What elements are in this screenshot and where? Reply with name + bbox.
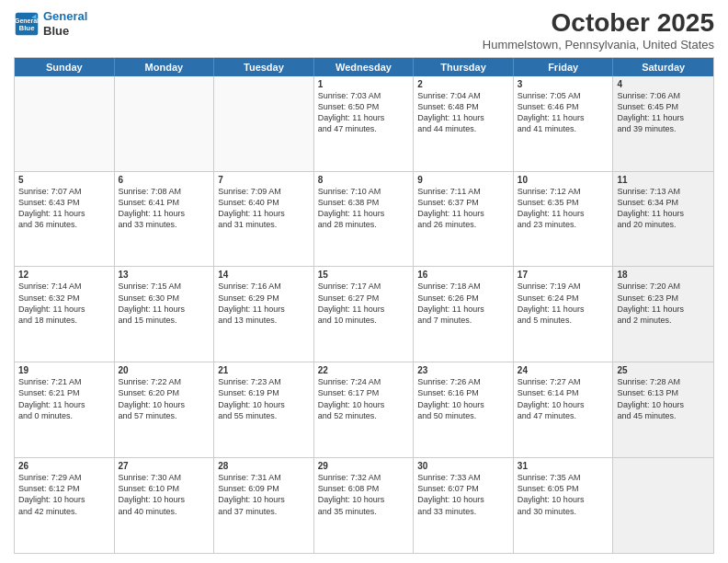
header-day-sunday: Sunday <box>15 58 115 76</box>
cal-cell: 7Sunrise: 7:09 AM Sunset: 6:40 PM Daylig… <box>214 172 314 267</box>
page: General Blue General Blue October 2025 H… <box>0 0 728 563</box>
cell-text: Sunrise: 7:24 AM Sunset: 6:17 PM Dayligh… <box>318 376 410 421</box>
day-number: 3 <box>518 79 609 89</box>
cal-cell: 17Sunrise: 7:19 AM Sunset: 6:24 PM Dayli… <box>514 267 614 362</box>
logo-icon: General Blue <box>14 11 40 37</box>
header-day-thursday: Thursday <box>414 58 514 76</box>
header-day-wednesday: Wednesday <box>314 58 415 76</box>
cell-text: Sunrise: 7:33 AM Sunset: 6:07 PM Dayligh… <box>417 472 509 517</box>
cell-text: Sunrise: 7:04 AM Sunset: 6:48 PM Dayligh… <box>417 90 509 135</box>
cal-cell: 15Sunrise: 7:17 AM Sunset: 6:27 PM Dayli… <box>314 267 415 362</box>
cell-text: Sunrise: 7:06 AM Sunset: 6:45 PM Dayligh… <box>617 90 710 135</box>
day-number: 2 <box>417 79 509 89</box>
calendar-week-4: 19Sunrise: 7:21 AM Sunset: 6:21 PM Dayli… <box>15 362 713 458</box>
day-number: 25 <box>617 365 710 375</box>
cell-text: Sunrise: 7:28 AM Sunset: 6:13 PM Dayligh… <box>617 376 710 421</box>
cell-text: Sunrise: 7:22 AM Sunset: 6:20 PM Dayligh… <box>119 376 210 421</box>
cell-text: Sunrise: 7:17 AM Sunset: 6:27 PM Dayligh… <box>318 281 410 326</box>
cell-text: Sunrise: 7:14 AM Sunset: 6:32 PM Dayligh… <box>18 281 110 326</box>
calendar-week-1: 1Sunrise: 7:03 AM Sunset: 6:50 PM Daylig… <box>15 76 713 172</box>
month-title: October 2025 <box>483 9 714 38</box>
cell-text: Sunrise: 7:19 AM Sunset: 6:24 PM Dayligh… <box>518 281 609 326</box>
day-number: 8 <box>318 175 410 185</box>
cell-text: Sunrise: 7:16 AM Sunset: 6:29 PM Dayligh… <box>218 281 310 326</box>
day-number: 24 <box>518 365 609 375</box>
day-number: 15 <box>318 270 410 280</box>
cal-cell <box>115 76 215 171</box>
day-number: 5 <box>18 175 110 185</box>
calendar-week-3: 12Sunrise: 7:14 AM Sunset: 6:32 PM Dayli… <box>15 267 713 362</box>
cal-cell: 22Sunrise: 7:24 AM Sunset: 6:17 PM Dayli… <box>314 362 415 457</box>
cal-cell: 24Sunrise: 7:27 AM Sunset: 6:14 PM Dayli… <box>514 362 614 457</box>
cal-cell: 30Sunrise: 7:33 AM Sunset: 6:07 PM Dayli… <box>414 458 514 553</box>
day-number: 23 <box>417 365 509 375</box>
cal-cell: 19Sunrise: 7:21 AM Sunset: 6:21 PM Dayli… <box>15 362 115 457</box>
calendar-week-5: 26Sunrise: 7:29 AM Sunset: 6:12 PM Dayli… <box>15 458 713 553</box>
day-number: 18 <box>617 270 710 280</box>
cell-text: Sunrise: 7:05 AM Sunset: 6:46 PM Dayligh… <box>518 90 609 135</box>
cell-text: Sunrise: 7:21 AM Sunset: 6:21 PM Dayligh… <box>18 376 110 421</box>
cal-cell: 28Sunrise: 7:31 AM Sunset: 6:09 PM Dayli… <box>214 458 314 553</box>
day-number: 14 <box>218 270 310 280</box>
cell-text: Sunrise: 7:09 AM Sunset: 6:40 PM Dayligh… <box>218 186 310 231</box>
cell-text: Sunrise: 7:32 AM Sunset: 6:08 PM Dayligh… <box>318 472 410 517</box>
cell-text: Sunrise: 7:31 AM Sunset: 6:09 PM Dayligh… <box>218 472 310 517</box>
logo: General Blue General Blue <box>14 9 87 38</box>
header-day-tuesday: Tuesday <box>214 58 314 76</box>
day-number: 13 <box>119 270 210 280</box>
day-number: 31 <box>518 461 609 471</box>
cal-cell <box>15 76 115 171</box>
title-block: October 2025 Hummelstown, Pennsylvania, … <box>483 9 714 52</box>
header-day-saturday: Saturday <box>613 58 713 76</box>
day-number: 4 <box>617 79 710 89</box>
cal-cell: 20Sunrise: 7:22 AM Sunset: 6:20 PM Dayli… <box>115 362 215 457</box>
day-number: 6 <box>119 175 210 185</box>
day-number: 19 <box>18 365 110 375</box>
svg-text:Blue: Blue <box>18 24 35 32</box>
cal-cell: 13Sunrise: 7:15 AM Sunset: 6:30 PM Dayli… <box>115 267 215 362</box>
cal-cell: 21Sunrise: 7:23 AM Sunset: 6:19 PM Dayli… <box>214 362 314 457</box>
calendar-week-2: 5Sunrise: 7:07 AM Sunset: 6:43 PM Daylig… <box>15 172 713 268</box>
day-number: 7 <box>218 175 310 185</box>
calendar: SundayMondayTuesdayWednesdayThursdayFrid… <box>14 57 714 554</box>
day-number: 1 <box>318 79 410 89</box>
cell-text: Sunrise: 7:23 AM Sunset: 6:19 PM Dayligh… <box>218 376 310 421</box>
day-number: 16 <box>417 270 509 280</box>
cal-cell: 29Sunrise: 7:32 AM Sunset: 6:08 PM Dayli… <box>314 458 415 553</box>
cal-cell: 2Sunrise: 7:04 AM Sunset: 6:48 PM Daylig… <box>414 76 514 171</box>
header: General Blue General Blue October 2025 H… <box>14 9 714 52</box>
header-day-monday: Monday <box>115 58 215 76</box>
cal-cell: 10Sunrise: 7:12 AM Sunset: 6:35 PM Dayli… <box>514 172 614 267</box>
cell-text: Sunrise: 7:12 AM Sunset: 6:35 PM Dayligh… <box>518 186 609 231</box>
location: Hummelstown, Pennsylvania, United States <box>483 38 714 52</box>
cal-cell: 8Sunrise: 7:10 AM Sunset: 6:38 PM Daylig… <box>314 172 415 267</box>
cal-cell <box>214 76 314 171</box>
day-number: 28 <box>218 461 310 471</box>
day-number: 12 <box>18 270 110 280</box>
cal-cell: 3Sunrise: 7:05 AM Sunset: 6:46 PM Daylig… <box>514 76 614 171</box>
cell-text: Sunrise: 7:27 AM Sunset: 6:14 PM Dayligh… <box>518 376 609 421</box>
cal-cell: 12Sunrise: 7:14 AM Sunset: 6:32 PM Dayli… <box>15 267 115 362</box>
cell-text: Sunrise: 7:13 AM Sunset: 6:34 PM Dayligh… <box>617 186 710 231</box>
cal-cell: 6Sunrise: 7:08 AM Sunset: 6:41 PM Daylig… <box>115 172 215 267</box>
cal-cell <box>613 458 713 553</box>
cal-cell: 9Sunrise: 7:11 AM Sunset: 6:37 PM Daylig… <box>414 172 514 267</box>
day-number: 17 <box>518 270 609 280</box>
day-number: 20 <box>119 365 210 375</box>
cell-text: Sunrise: 7:15 AM Sunset: 6:30 PM Dayligh… <box>119 281 210 326</box>
cell-text: Sunrise: 7:11 AM Sunset: 6:37 PM Dayligh… <box>417 186 509 231</box>
day-number: 11 <box>617 175 710 185</box>
cell-text: Sunrise: 7:10 AM Sunset: 6:38 PM Dayligh… <box>318 186 410 231</box>
day-number: 10 <box>518 175 609 185</box>
cell-text: Sunrise: 7:18 AM Sunset: 6:26 PM Dayligh… <box>417 281 509 326</box>
cal-cell: 23Sunrise: 7:26 AM Sunset: 6:16 PM Dayli… <box>414 362 514 457</box>
cal-cell: 26Sunrise: 7:29 AM Sunset: 6:12 PM Dayli… <box>15 458 115 553</box>
cal-cell: 27Sunrise: 7:30 AM Sunset: 6:10 PM Dayli… <box>115 458 215 553</box>
cell-text: Sunrise: 7:26 AM Sunset: 6:16 PM Dayligh… <box>417 376 509 421</box>
day-number: 22 <box>318 365 410 375</box>
cal-cell: 25Sunrise: 7:28 AM Sunset: 6:13 PM Dayli… <box>613 362 713 457</box>
cell-text: Sunrise: 7:08 AM Sunset: 6:41 PM Dayligh… <box>119 186 210 231</box>
cal-cell: 14Sunrise: 7:16 AM Sunset: 6:29 PM Dayli… <box>214 267 314 362</box>
cell-text: Sunrise: 7:03 AM Sunset: 6:50 PM Dayligh… <box>318 90 410 135</box>
cal-cell: 16Sunrise: 7:18 AM Sunset: 6:26 PM Dayli… <box>414 267 514 362</box>
